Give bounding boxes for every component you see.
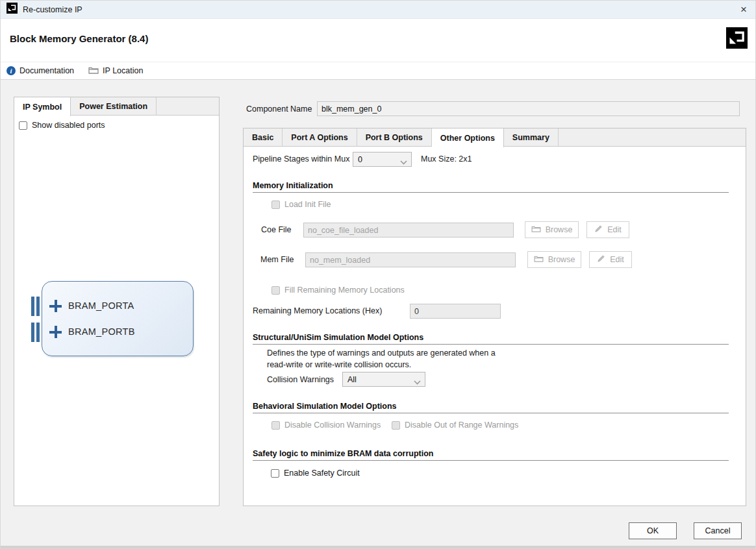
structural-heading: Structural/UniSim Simulation Model Optio… [253,333,423,342]
page-title: Block Memory Generator (8.4) [10,33,148,44]
bus-port-icon [31,323,40,342]
load-init-file-label: Load Init File [284,200,331,209]
documentation-label: Documentation [19,66,74,75]
bus-port-icon [31,297,40,316]
dialog-header: Block Memory Generator (8.4) [1,19,756,62]
section-divider [253,460,729,461]
expand-plus-icon[interactable] [49,300,62,312]
folder-icon [88,66,99,76]
tab-summary[interactable]: Summary [504,128,559,147]
expand-plus-icon[interactable] [49,326,62,338]
coe-file-input [303,223,514,238]
structural-description-line2: read-write or write-write collision occu… [267,360,411,369]
section-divider [253,413,729,413]
folder-icon [531,225,541,234]
ip-symbol-panel: IP Symbol Power Estimation Show disabled… [14,97,220,506]
load-init-file-row: Load Init File [271,200,331,209]
coe-edit-button: Edit [586,221,629,238]
section-divider [253,344,729,345]
mem-browse-button: Browse [527,251,581,268]
xilinx-logo-icon [726,27,748,51]
collision-warnings-label: Collision Warnings [267,375,334,384]
ok-button[interactable]: OK [629,522,677,539]
pipeline-stages-label: Pipeline Stages within Mux [253,154,349,164]
edit-label: Edit [607,225,622,234]
tab-other-options[interactable]: Other Options [432,128,504,147]
disable-collision-checkbox [271,421,280,430]
remaining-hex-label: Remaining Memory Locations (Hex) [253,306,382,315]
fill-remaining-row: Fill Remaining Memory Locations [271,286,405,295]
tab-power-estimation[interactable]: Power Estimation [71,97,157,116]
options-panel: Basic Port A Options Port B Options Othe… [243,128,746,506]
ip-location-label: IP Location [103,66,143,75]
collision-warnings-value: All [347,375,357,384]
load-init-file-checkbox [271,201,280,209]
pipeline-stages-value: 0 [358,155,362,164]
show-disabled-ports-row: Show disabled ports [19,121,105,130]
bram-porta-row: BRAM_PORTA [42,297,193,316]
structural-description-line1: Defines the type of warnings and outputs… [267,348,496,358]
port-label: BRAM_PORTA [68,300,134,311]
safety-heading: Safety logic to minimize BRAM data corru… [253,449,434,458]
ip-symbol-diagram: BRAM_PORTA BRAM_PORTB [42,281,194,356]
mux-size-text: Mux Size: 2x1 [421,154,472,164]
chevron-down-icon [414,378,421,387]
title-bar: Re-customize IP × [1,1,756,19]
bram-portb-row: BRAM_PORTB [42,323,193,342]
options-tabstrip: Basic Port A Options Port B Options Othe… [244,128,746,147]
disable-collision-label: Disable Collision Warnings [284,421,381,430]
memory-initialization-heading: Memory Initialization [253,181,333,190]
component-name-label: Component Name [246,104,312,114]
tab-basic[interactable]: Basic [244,128,283,147]
enable-safety-checkbox[interactable] [271,469,279,478]
mem-edit-button: Edit [589,251,632,268]
section-divider [253,192,729,193]
remaining-hex-input [410,304,501,319]
collision-warnings-dropdown[interactable]: All [342,372,425,387]
xilinx-logo-icon [6,3,18,16]
tab-port-b-options[interactable]: Port B Options [357,128,432,147]
browse-label: Browse [548,255,575,264]
ip-location-button[interactable]: IP Location [88,66,143,76]
info-icon: i [6,66,16,75]
close-icon[interactable]: × [735,1,753,19]
fill-remaining-label: Fill Remaining Memory Locations [284,286,405,295]
coe-file-label: Coe File [261,225,292,234]
mem-file-label: Mem File [260,255,294,264]
enable-safety-row: Enable Safety Circuit [271,469,360,478]
dialog-toolbar: i Documentation IP Location [1,62,756,80]
browse-label: Browse [546,225,573,234]
folder-icon [534,255,544,264]
recustomize-ip-dialog: Re-customize IP × Block Memory Generator… [0,0,756,549]
enable-safety-label: Enable Safety Circuit [284,469,360,478]
window-bottom-edge [1,546,756,549]
mem-file-input [305,252,516,267]
disable-out-of-range-label: Disable Out of Range Warnings [405,421,518,430]
edit-label: Edit [610,255,624,264]
cancel-button[interactable]: Cancel [694,522,742,539]
tab-port-a-options[interactable]: Port A Options [283,128,357,147]
left-tabstrip: IP Symbol Power Estimation [14,97,219,116]
port-label: BRAM_PORTB [68,326,135,337]
show-disabled-ports-label: Show disabled ports [32,121,105,130]
chevron-down-icon [400,158,407,167]
behavioral-heading: Behavioral Simulation Model Options [253,402,397,411]
pipeline-stages-dropdown[interactable]: 0 [353,152,412,167]
disable-collision-row: Disable Collision Warnings [271,421,381,430]
pencil-icon [597,254,605,265]
tab-ip-symbol[interactable]: IP Symbol [14,97,71,116]
coe-browse-button: Browse [525,221,579,238]
fill-remaining-checkbox [271,286,280,295]
documentation-button[interactable]: i Documentation [6,66,74,75]
component-name-input[interactable] [317,101,740,116]
disable-out-of-range-checkbox [392,421,400,430]
show-disabled-ports-checkbox[interactable] [19,121,27,130]
pencil-icon [594,225,603,235]
disable-out-of-range-row: Disable Out of Range Warnings [392,421,518,430]
window-title: Re-customize IP [23,5,82,14]
